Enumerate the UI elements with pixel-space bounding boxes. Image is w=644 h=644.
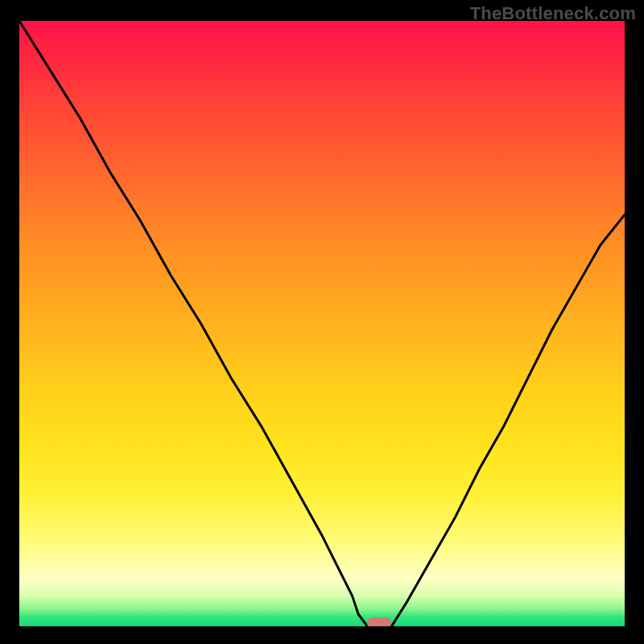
bottleneck-curve — [19, 21, 625, 626]
optimal-point-marker — [367, 617, 391, 626]
chart-frame: TheBottleneck.com — [0, 0, 644, 644]
watermark-text: TheBottleneck.com — [470, 3, 636, 24]
plot-area — [19, 21, 625, 626]
